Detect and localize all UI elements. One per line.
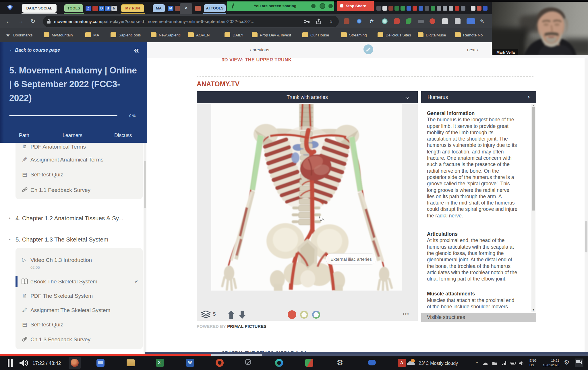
svg-text:External iliac arteries: External iliac arteries	[330, 257, 372, 262]
